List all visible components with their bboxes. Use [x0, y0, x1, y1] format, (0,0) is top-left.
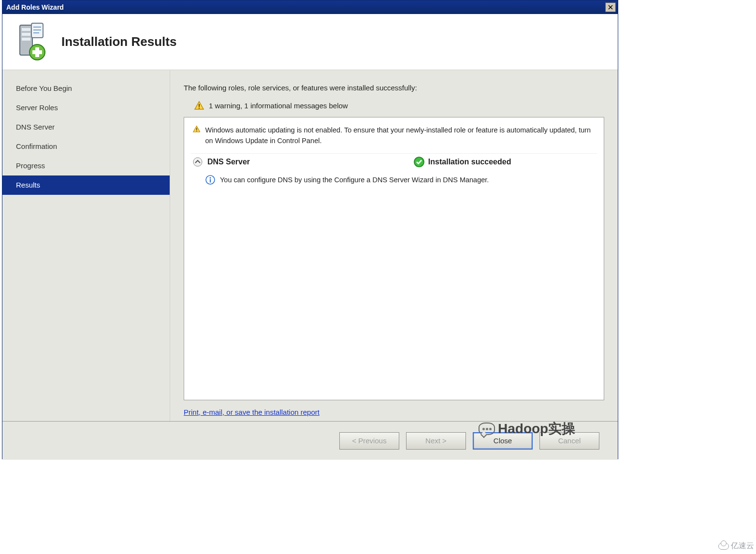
- sidebar-item-before-you-begin[interactable]: Before You Begin: [2, 79, 170, 98]
- warning-icon: [194, 101, 204, 110]
- svg-rect-12: [32, 50, 42, 54]
- svg-rect-17: [196, 128, 197, 130]
- svg-rect-4: [22, 33, 30, 36]
- results-panel: Windows automatic updating is not enable…: [184, 117, 604, 400]
- summary-row: 1 warning, 1 informational messages belo…: [194, 101, 604, 110]
- svg-point-19: [193, 158, 202, 166]
- role-status-text: Installation succeeded: [428, 158, 511, 166]
- svg-point-22: [210, 177, 211, 178]
- success-check-icon: [414, 157, 424, 167]
- svg-rect-3: [22, 28, 30, 31]
- watermark-yisu: 亿速云: [718, 541, 754, 551]
- warning-row: Windows automatic updating is not enable…: [191, 122, 597, 153]
- svg-rect-14: [199, 104, 200, 107]
- sidebar-item-confirmation[interactable]: Confirmation: [2, 137, 170, 156]
- summary-text: 1 warning, 1 informational messages belo…: [209, 102, 348, 110]
- warning-text: Windows automatic updating is not enable…: [205, 125, 595, 146]
- next-button: Next >: [406, 432, 466, 450]
- role-row-dns-server: DNS Server Installation succeeded: [191, 153, 597, 170]
- info-row: You can configure DNS by using the Confi…: [191, 170, 597, 189]
- collapse-chevron-icon[interactable]: [193, 157, 203, 167]
- role-status: Installation succeeded: [414, 157, 595, 167]
- watermark-hadoop-text: Hadoop实操: [498, 420, 575, 438]
- wizard-body: Before You Begin Server Roles DNS Server…: [2, 70, 618, 421]
- cloud-icon: [718, 543, 729, 550]
- header: Installation Results: [2, 14, 618, 70]
- svg-rect-18: [196, 131, 197, 131]
- wizard-sidebar: Before You Begin Server Roles DNS Server…: [2, 70, 170, 421]
- sidebar-item-progress[interactable]: Progress: [2, 156, 170, 175]
- server-wizard-icon: [11, 22, 48, 62]
- info-icon: [205, 175, 215, 185]
- svg-rect-15: [199, 108, 200, 109]
- sidebar-item-dns-server[interactable]: DNS Server: [2, 117, 170, 137]
- watermark-hadoop: Hadoop实操: [479, 420, 575, 438]
- wizard-main: The following roles, role services, or f…: [170, 70, 618, 421]
- window-title: Add Roles Wizard: [6, 3, 64, 11]
- previous-button: < Previous: [339, 432, 399, 450]
- page-title: Installation Results: [61, 34, 176, 49]
- warning-icon: [193, 125, 200, 135]
- svg-rect-5: [22, 38, 30, 41]
- sidebar-item-server-roles[interactable]: Server Roles: [2, 98, 170, 117]
- window-close-button[interactable]: [605, 2, 616, 12]
- watermark-yisu-text: 亿速云: [731, 541, 754, 551]
- info-text: You can configure DNS by using the Confi…: [220, 175, 489, 186]
- add-roles-wizard-dialog: Add Roles Wizard Installation Results: [2, 0, 618, 459]
- intro-text: The following roles, role services, or f…: [184, 84, 604, 92]
- sidebar-item-results[interactable]: Results: [2, 175, 170, 195]
- chat-bubble-icon: [479, 423, 495, 435]
- role-name: DNS Server: [207, 158, 409, 166]
- svg-rect-23: [210, 179, 211, 182]
- installation-report-link[interactable]: Print, e-mail, or save the installation …: [184, 408, 604, 416]
- titlebar: Add Roles Wizard: [2, 0, 618, 14]
